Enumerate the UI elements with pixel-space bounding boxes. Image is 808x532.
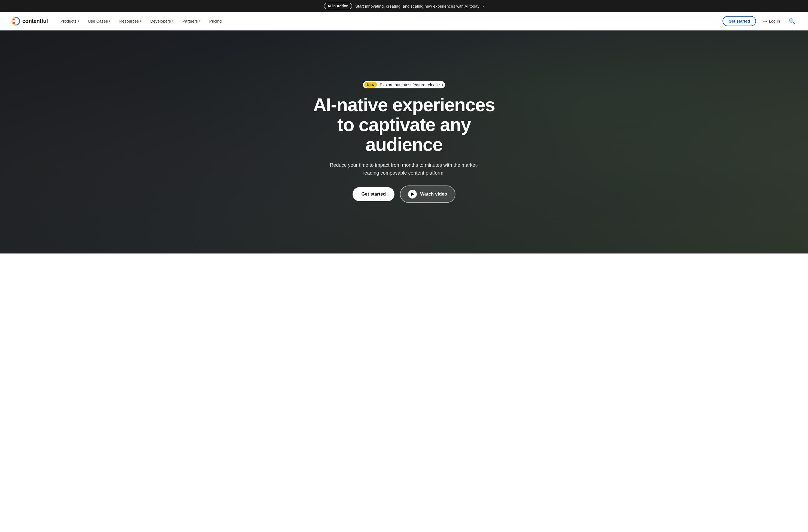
nav-label-partners: Partners [182,19,198,23]
nav-item-use-cases[interactable]: Use Cases ▾ [84,17,114,25]
top-banner-text: Start innovating, creating, and scaling … [355,4,479,8]
nav-label-products: Products [60,19,76,23]
search-icon[interactable]: 🔍 [787,16,797,26]
play-icon-circle [408,190,417,198]
nav-right: Get started ⇒ Log in 🔍 [722,16,797,26]
nav-item-developers[interactable]: Developers ▾ [146,17,178,25]
nav-label-resources: Resources [119,19,139,23]
nav-item-products[interactable]: Products ▾ [57,17,83,25]
hero-badge-chevron-icon: › [442,83,443,87]
nav-label-pricing: Pricing [209,19,222,23]
watch-video-label: Watch video [420,191,447,197]
hero-cta-row: Get started Watch video [352,186,455,203]
svg-point-0 [11,17,20,26]
play-triangle-icon [411,193,414,196]
resources-chevron-icon: ▾ [140,19,142,23]
hero-subtitle: Reduce your time to impact from months t… [322,161,486,177]
products-chevron-icon: ▾ [78,19,79,23]
hero-new-badge[interactable]: New Explore our latest feature release › [363,81,445,89]
svg-point-1 [13,19,15,20]
developers-chevron-icon: ▾ [172,19,174,23]
watch-video-button[interactable]: Watch video [400,186,456,203]
use-cases-chevron-icon: ▾ [109,19,111,23]
nav-item-partners[interactable]: Partners ▾ [179,17,204,25]
hero-badge-text: Explore our latest feature release [380,82,440,87]
partners-chevron-icon: ▾ [199,19,201,23]
top-banner-arrow: › [483,4,484,8]
logo[interactable]: contentful [11,16,48,26]
navbar: contentful Products ▾ Use Cases ▾ Resour… [0,12,808,31]
nav-items: Products ▾ Use Cases ▾ Resources ▾ Devel… [57,17,722,25]
hero-title: AI-native experiences to captivate any a… [305,95,503,155]
top-banner[interactable]: AI in Action Start innovating, creating,… [0,0,808,12]
nav-item-resources[interactable]: Resources ▾ [115,17,145,25]
svg-point-2 [13,22,15,24]
logo-text: contentful [22,18,48,24]
get-started-hero-button[interactable]: Get started [352,187,394,201]
hero-content: New Explore our latest feature release ›… [298,81,510,203]
get-started-nav-button[interactable]: Get started [722,16,756,26]
ai-in-action-badge[interactable]: AI in Action [324,3,352,9]
nav-item-pricing[interactable]: Pricing [205,17,226,25]
hero-section: New Explore our latest feature release ›… [0,31,808,253]
login-label: Log in [769,19,780,23]
nav-label-use-cases: Use Cases [88,19,108,23]
login-button[interactable]: ⇒ Log in [760,17,783,26]
hero-badge-new-label: New [364,82,377,88]
login-icon: ⇒ [763,18,767,24]
nav-label-developers: Developers [150,19,171,23]
logo-icon [11,16,21,26]
